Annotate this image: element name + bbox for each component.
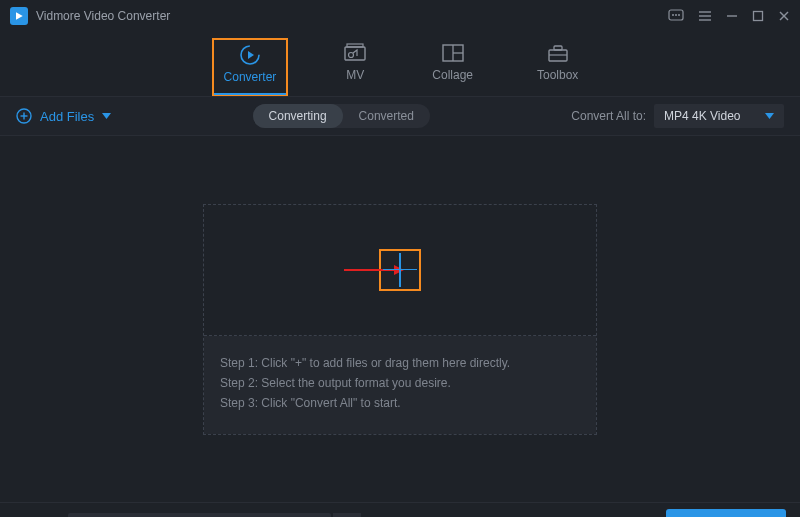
mv-icon: [342, 42, 368, 64]
workspace: Step 1: Click "+" to add files or drag t…: [0, 136, 800, 502]
add-files-label: Add Files: [40, 109, 94, 124]
svg-point-3: [675, 14, 677, 16]
add-files-button[interactable]: Add Files: [16, 108, 111, 124]
svg-marker-13: [248, 51, 254, 59]
svg-marker-27: [765, 113, 774, 119]
svg-rect-14: [345, 47, 365, 60]
tab-label: Converter: [224, 70, 277, 84]
converter-icon: [237, 44, 263, 66]
bottombar: Save to: C:\Vidmore\Vidmore V... Convert…: [0, 502, 800, 517]
svg-point-2: [672, 14, 674, 16]
save-path-dropdown[interactable]: [333, 513, 361, 518]
svg-rect-21: [554, 46, 562, 50]
tab-converter[interactable]: Converter: [212, 38, 289, 96]
segment-converting[interactable]: Converting: [253, 104, 343, 128]
svg-point-4: [678, 14, 680, 16]
drop-area[interactable]: [204, 205, 596, 335]
tab-collage[interactable]: Collage: [422, 38, 483, 96]
tab-label: MV: [346, 68, 364, 82]
convert-all-to-label: Convert All to:: [571, 109, 646, 123]
instructions: Step 1: Click "+" to add files or drag t…: [204, 336, 596, 434]
step-text: Step 1: Click "+" to add files or drag t…: [220, 356, 580, 370]
tab-mv[interactable]: MV: [332, 38, 378, 96]
toolbox-icon: [545, 42, 571, 64]
window-controls: [668, 9, 790, 23]
segment-converted[interactable]: Converted: [343, 104, 430, 128]
plus-circle-icon: [16, 108, 32, 124]
tab-label: Toolbox: [537, 68, 578, 82]
svg-rect-9: [754, 12, 763, 21]
maximize-icon[interactable]: [752, 10, 764, 22]
step-text: Step 2: Select the output format you des…: [220, 376, 580, 390]
chevron-down-icon: [102, 113, 111, 119]
toolbar: Add Files Converting Converted Convert A…: [0, 96, 800, 136]
add-file-plus-button[interactable]: [379, 249, 421, 291]
save-path-field[interactable]: C:\Vidmore\Vidmore V... Converter\Conver…: [68, 513, 331, 518]
collage-icon: [440, 42, 466, 64]
feedback-icon[interactable]: [668, 9, 684, 23]
svg-rect-15: [347, 44, 363, 47]
output-format-dropdown[interactable]: MP4 4K Video: [654, 104, 784, 128]
app-title: Vidmore Video Converter: [36, 9, 668, 23]
svg-point-16: [349, 53, 354, 58]
titlebar: Vidmore Video Converter: [0, 0, 800, 32]
dropzone[interactable]: Step 1: Click "+" to add files or drag t…: [203, 204, 597, 435]
menu-icon[interactable]: [698, 10, 712, 22]
svg-marker-0: [16, 12, 23, 20]
svg-marker-26: [102, 113, 111, 119]
settings-button[interactable]: [479, 513, 505, 518]
main-tabs: Converter MV Collage Toolbox: [0, 32, 800, 96]
output-format-value: MP4 4K Video: [664, 109, 741, 123]
open-folder-button[interactable]: [371, 513, 397, 518]
step-text: Step 3: Click "Convert All" to start.: [220, 396, 580, 410]
minimize-icon[interactable]: [726, 10, 738, 22]
tab-label: Collage: [432, 68, 473, 82]
hardware-accel-button[interactable]: OFF: [407, 513, 433, 518]
close-icon[interactable]: [778, 10, 790, 22]
status-segmented: Converting Converted: [253, 104, 430, 128]
convert-all-button[interactable]: Convert All: [666, 509, 786, 518]
convert-all-to: Convert All to: MP4 4K Video: [571, 104, 784, 128]
chevron-down-icon: [765, 113, 774, 119]
task-schedule-button[interactable]: [443, 513, 469, 518]
app-logo-icon: [10, 7, 28, 25]
tab-toolbox[interactable]: Toolbox: [527, 38, 588, 96]
